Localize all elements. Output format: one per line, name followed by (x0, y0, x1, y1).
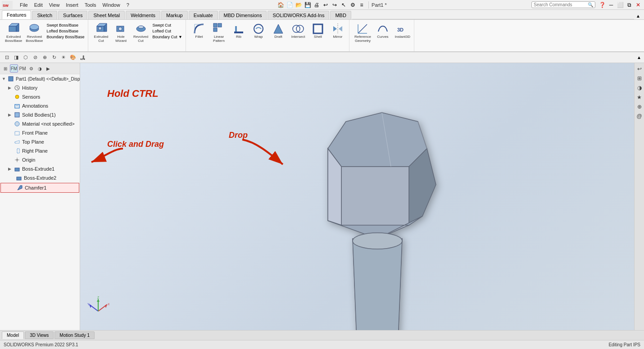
tab-weldments[interactable]: Weldments (126, 11, 160, 19)
tree-item-annotations[interactable]: Annotations (0, 101, 80, 110)
extruded-boss-base-button[interactable]: ExtrudedBoss/Base (4, 22, 23, 44)
ribbon-collapse-icon[interactable]: ▲ (634, 13, 642, 19)
maximize-icon[interactable]: ⧉ (625, 1, 633, 9)
view-zoom-icon[interactable]: ⊕ (41, 54, 49, 62)
save-icon[interactable]: 💾 (304, 1, 312, 9)
rebuild-icon[interactable]: ⚙ (349, 1, 357, 9)
menu-edit[interactable]: Edit (32, 1, 45, 9)
rp-icon-1[interactable]: ↩ (635, 65, 644, 73)
select-icon[interactable]: ↖ (340, 1, 348, 9)
sidebar-more-icon[interactable]: ▶ (44, 64, 52, 73)
print-icon[interactable]: 🖨 (313, 1, 321, 9)
menu-view[interactable]: View (46, 1, 63, 9)
tab-sheet-metal[interactable]: Sheet Metal (88, 11, 125, 19)
lofted-boss-base-button[interactable]: Lofted Boss/Base (45, 28, 86, 34)
tab-evaluate[interactable]: Evaluate (189, 11, 218, 19)
bottom-tab-motion-study[interactable]: Motion Study 1 (54, 331, 95, 339)
sidebar-propman-icon[interactable]: PM (18, 64, 27, 73)
tab-sketch[interactable]: Sketch (32, 11, 57, 19)
tree-item-boss1[interactable]: ▶ Boss-Extrude1 (0, 164, 80, 173)
search-input[interactable] (534, 2, 588, 7)
tree-item-part1[interactable]: ▼ Part1 (Default) <<Default>_Display St (0, 74, 80, 83)
sidebar-config-icon[interactable]: ⚙ (27, 64, 35, 73)
mirror-button[interactable]: Mirror (328, 22, 347, 40)
wrap-button[interactable]: Wrap (249, 22, 268, 40)
redo-icon[interactable]: ↪ (331, 1, 339, 9)
tree-item-frontplane[interactable]: Front Plane (0, 128, 80, 137)
extruded-cut-button[interactable]: ExtrudedCut (92, 22, 111, 44)
curves-button[interactable]: Curves (373, 22, 392, 40)
linear-pattern-button[interactable]: LinearPattern (209, 22, 228, 44)
options-icon[interactable]: ≡ (358, 1, 366, 9)
rp-icon-3[interactable]: ◑ (635, 84, 644, 92)
rib-button[interactable]: Rib (229, 22, 248, 40)
sidebar-featureman-icon[interactable]: FM (10, 64, 18, 73)
tree-item-chamfer1[interactable]: Chamfer1 (0, 183, 79, 193)
restore-icon[interactable]: ⬜ (616, 1, 624, 9)
hole-wizard-button[interactable]: HoleWizard (112, 22, 131, 44)
fillet-button[interactable]: Fillet (190, 22, 209, 40)
reference-geometry-button[interactable]: ReferenceGeometry (353, 22, 372, 44)
menu-help[interactable]: ? (124, 1, 132, 9)
svg-rect-39 (15, 113, 19, 117)
tree-item-origin[interactable]: Origin (0, 155, 80, 164)
rp-icon-4[interactable]: ★ (635, 93, 644, 101)
shell-button[interactable]: Shell (308, 22, 327, 40)
tab-mbd[interactable]: MBD (330, 11, 351, 19)
tree-item-history[interactable]: ▶ History (0, 83, 80, 92)
help-icon[interactable]: ❓ (598, 1, 606, 9)
menu-window[interactable]: Window (100, 1, 123, 9)
sidebar-resize-handle[interactable] (78, 63, 80, 330)
minimize-icon[interactable]: ─ (607, 1, 615, 9)
tab-surfaces[interactable]: Surfaces (58, 11, 87, 19)
menu-file[interactable]: File (17, 1, 31, 9)
boundary-boss-base-button[interactable]: Boundary Boss/Base (45, 34, 86, 40)
tree-item-sensors[interactable]: Sensors (0, 92, 80, 101)
search-icon[interactable]: 🔍 (588, 2, 593, 7)
svg-text:SW: SW (3, 4, 9, 8)
tab-features[interactable]: Features (2, 10, 31, 19)
lofted-cut-button[interactable]: Lofted Cut (151, 28, 184, 34)
new-icon[interactable]: 📄 (286, 1, 294, 9)
view-scene-icon[interactable]: 🏞 (78, 54, 86, 62)
tab-markup[interactable]: Markup (161, 11, 188, 19)
menu-insert[interactable]: Insert (63, 1, 81, 9)
open-icon[interactable]: 📂 (295, 1, 303, 9)
boundary-cut-button[interactable]: Boundary Cut ▼ (151, 34, 184, 40)
sidebar-dispman-icon[interactable]: ◑ (36, 64, 44, 73)
tree-item-rightplane[interactable]: Right Plane (0, 146, 80, 155)
view-orientation-icon[interactable]: ⊡ (3, 54, 11, 62)
tree-item-solid[interactable]: ▶ Solid Bodies(1) (0, 110, 80, 119)
view-wireframe-icon[interactable]: ⬡ (22, 54, 30, 62)
revolved-cut-button[interactable]: RevolvedCut (132, 22, 150, 44)
view-expand-icon[interactable]: ▲ (637, 55, 641, 60)
tree-item-topplane[interactable]: Top Plane (0, 137, 80, 146)
sidebar-filter-icon[interactable]: ⊞ (1, 64, 9, 73)
view-section-icon[interactable]: ⊘ (31, 54, 39, 62)
swept-boss-base-button[interactable]: Swept Boss/Base (45, 23, 86, 28)
draft-button[interactable]: Draft (269, 22, 288, 40)
tab-mbd-dimensions[interactable]: MBD Dimensions (219, 11, 267, 19)
tab-solidworks-addins[interactable]: SOLIDWORKS Add-Ins (268, 11, 329, 19)
svg-point-14 (138, 26, 144, 28)
rp-icon-6[interactable]: @ (635, 112, 644, 120)
swept-cut-button[interactable]: Swept Cut (151, 23, 184, 28)
bottom-tab-model[interactable]: Model (2, 331, 24, 339)
menu-tools[interactable]: Tools (82, 1, 99, 9)
view-light-icon[interactable]: ☀ (59, 54, 68, 62)
close-icon[interactable]: ✕ (634, 1, 642, 9)
home-icon[interactable]: 🏠 (277, 1, 285, 9)
intersect-button[interactable]: Intersect (289, 22, 308, 40)
revolved-boss-base-button[interactable]: RevolvedBoss/Base (24, 22, 44, 44)
rp-icon-5[interactable]: ⊕ (635, 103, 644, 111)
bottom-tab-3dviews[interactable]: 3D Views (25, 331, 54, 339)
tree-item-material[interactable]: Material <not specified> (0, 119, 80, 128)
rp-icon-2[interactable]: ⊞ (635, 74, 644, 82)
tree-item-boss2[interactable]: Boss-Extrude2 (0, 173, 80, 182)
view-appearances-icon[interactable]: 🎨 (69, 54, 77, 62)
undo-icon[interactable]: ↩ (322, 1, 330, 9)
svg-rect-47 (15, 168, 19, 171)
view-shaded-icon[interactable]: ◨ (12, 54, 20, 62)
view-rotate-icon[interactable]: ↻ (50, 54, 58, 62)
instant3d-button[interactable]: 3D Instant3D (393, 22, 412, 40)
